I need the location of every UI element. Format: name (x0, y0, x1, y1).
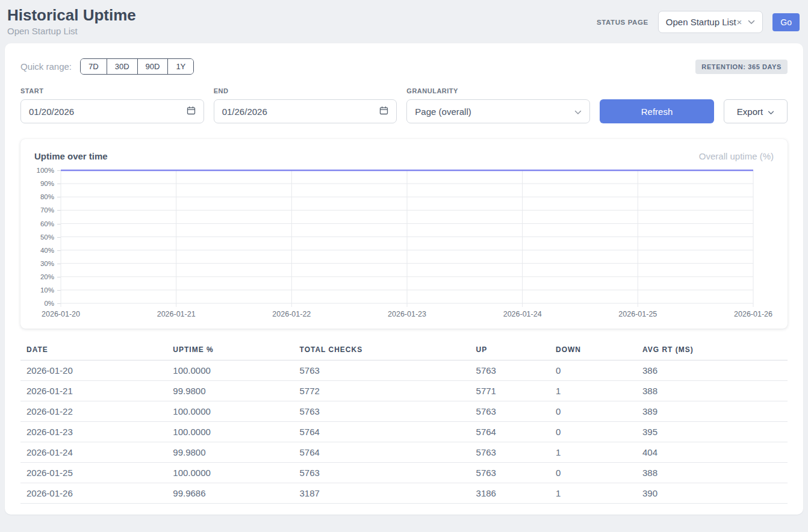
y-axis-tick-label: 100% (34, 167, 61, 174)
table-cell: 99.9686 (167, 483, 293, 504)
table-cell: 5763 (294, 360, 470, 381)
table-cell: 100.0000 (167, 360, 293, 381)
table-cell: 2026-01-23 (20, 422, 167, 442)
refresh-button[interactable]: Refresh (600, 99, 714, 123)
page-title: Historical Uptime (7, 6, 136, 25)
table-cell: 5771 (470, 381, 550, 401)
table-cell: 2026-01-20 (20, 360, 167, 381)
table-cell: 5763 (294, 463, 470, 483)
uptime-chart: 100%90%80%70%60%50%40%30%20%10%0% 2026-0… (34, 170, 753, 321)
table-cell: 2026-01-21 (20, 381, 167, 401)
table-cell: 386 (636, 360, 788, 381)
table-cell: 5772 (294, 381, 470, 401)
column-header: UPTIME % (167, 343, 293, 360)
chart-svg (61, 170, 753, 303)
start-date-label: START (20, 87, 204, 94)
granularity-select[interactable]: Page (overall) (406, 99, 590, 123)
table-cell: 2026-01-26 (20, 483, 167, 504)
table-row: 2026-01-2699.9686318731861390 (20, 483, 788, 504)
x-axis-tick-label: 2026-01-24 (503, 310, 542, 318)
chevron-down-icon (574, 107, 582, 117)
x-axis-tick-label: 2026-01-20 (42, 310, 80, 318)
chevron-down-icon (748, 20, 755, 25)
table-cell: 388 (636, 381, 788, 401)
export-button[interactable]: Export (724, 99, 788, 123)
status-page-label: STATUS PAGE (597, 19, 648, 26)
go-button[interactable]: Go (772, 13, 800, 31)
table-cell: 395 (636, 422, 788, 442)
column-header: AVG RT (MS) (636, 343, 788, 360)
y-axis-tick-label: 70% (34, 206, 61, 214)
table-row: 2026-01-22100.0000576357630389 (20, 401, 788, 422)
table-cell: 100.0000 (167, 422, 293, 442)
table-row: 2026-01-2199.9800577257711388 (20, 381, 788, 401)
start-date-value: 01/20/2026 (29, 107, 74, 117)
table-cell: 388 (636, 463, 788, 483)
start-date-group: START 01/20/2026 (20, 87, 204, 123)
quick-range-1y[interactable]: 1Y (167, 59, 193, 74)
y-axis-tick-label: 80% (34, 193, 61, 200)
main-panel: Quick range: 7D30D90D1Y RETENTION: 365 D… (5, 43, 803, 515)
table-cell: 2026-01-24 (20, 442, 167, 463)
title-block: Historical Uptime Open Startup List (7, 6, 136, 36)
table-row: 2026-01-20100.0000576357630386 (20, 360, 788, 381)
chart-x-axis: 2026-01-202026-01-212026-01-222026-01-23… (61, 303, 753, 321)
clear-selection-icon[interactable]: × (737, 17, 742, 27)
table-cell: 99.9800 (167, 381, 293, 401)
y-axis-tick-label: 20% (34, 273, 61, 280)
table-cell: 3186 (470, 483, 550, 504)
chart-plot-area (61, 170, 753, 303)
y-axis-tick-label: 40% (34, 247, 61, 254)
table-cell: 1 (550, 381, 636, 401)
quick-range-7d[interactable]: 7D (81, 59, 107, 74)
chart-header: Uptime over time Overall uptime (%) (34, 151, 774, 161)
table-cell: 5763 (294, 401, 470, 422)
calendar-icon[interactable] (187, 106, 196, 117)
quick-range-90d[interactable]: 90D (137, 59, 168, 74)
calendar-icon[interactable] (379, 106, 388, 117)
column-header: UP (470, 343, 550, 360)
table-row: 2026-01-25100.0000576357630388 (20, 463, 788, 483)
granularity-selected-value: Page (overall) (415, 107, 471, 117)
table-cell: 5763 (470, 442, 550, 463)
uptime-table: DATEUPTIME %TOTAL CHECKSUPDOWNAVG RT (MS… (20, 343, 788, 504)
filter-fields-row: START 01/20/2026 END 01/26/2026 GRANULAR… (20, 87, 788, 123)
uptime-chart-card: Uptime over time Overall uptime (%) 100%… (20, 139, 788, 329)
table-header-row: DATEUPTIME %TOTAL CHECKSUPDOWNAVG RT (MS… (20, 343, 788, 360)
table-row: 2026-01-2499.9800576457631404 (20, 442, 788, 463)
table-cell: 5763 (470, 463, 550, 483)
y-axis-tick-label: 0% (34, 300, 61, 307)
y-axis-tick-label: 60% (34, 220, 61, 227)
topbar: Historical Uptime Open Startup List STAT… (0, 0, 808, 43)
chart-title: Uptime over time (34, 151, 108, 161)
export-button-label: Export (737, 107, 763, 117)
column-header: DATE (20, 343, 167, 360)
table-cell: 389 (636, 401, 788, 422)
table-cell: 99.9800 (167, 442, 293, 463)
table-cell: 390 (636, 483, 788, 504)
table-cell: 5764 (294, 442, 470, 463)
quick-range-row: Quick range: 7D30D90D1Y RETENTION: 365 D… (20, 58, 788, 75)
column-header: TOTAL CHECKS (294, 343, 470, 360)
status-page-select[interactable]: Open Startup List × (658, 11, 763, 33)
table-cell: 5763 (470, 401, 550, 422)
quick-range-30d[interactable]: 30D (107, 59, 137, 74)
end-date-group: END 01/26/2026 (214, 87, 397, 123)
chart-legend: Overall uptime (%) (699, 151, 774, 161)
y-axis-tick-label: 50% (34, 234, 61, 241)
end-date-label: END (214, 87, 397, 94)
page-subtitle: Open Startup List (7, 26, 136, 36)
end-date-input[interactable]: 01/26/2026 (214, 99, 397, 123)
table-cell: 100.0000 (167, 401, 293, 422)
granularity-label: GRANULARITY (406, 87, 590, 94)
table-cell: 1 (550, 442, 636, 463)
status-page-selected-value: Open Startup List (666, 17, 736, 27)
table-cell: 3187 (294, 483, 470, 504)
start-date-input[interactable]: 01/20/2026 (20, 99, 204, 123)
table-row: 2026-01-23100.0000576457640395 (20, 422, 788, 442)
x-axis-tick-label: 2026-01-26 (734, 310, 772, 318)
column-header: DOWN (550, 343, 636, 360)
table-cell: 2026-01-25 (20, 463, 167, 483)
topbar-controls: STATUS PAGE Open Startup List × Go (597, 11, 800, 33)
retention-badge: RETENTION: 365 DAYS (695, 60, 788, 74)
